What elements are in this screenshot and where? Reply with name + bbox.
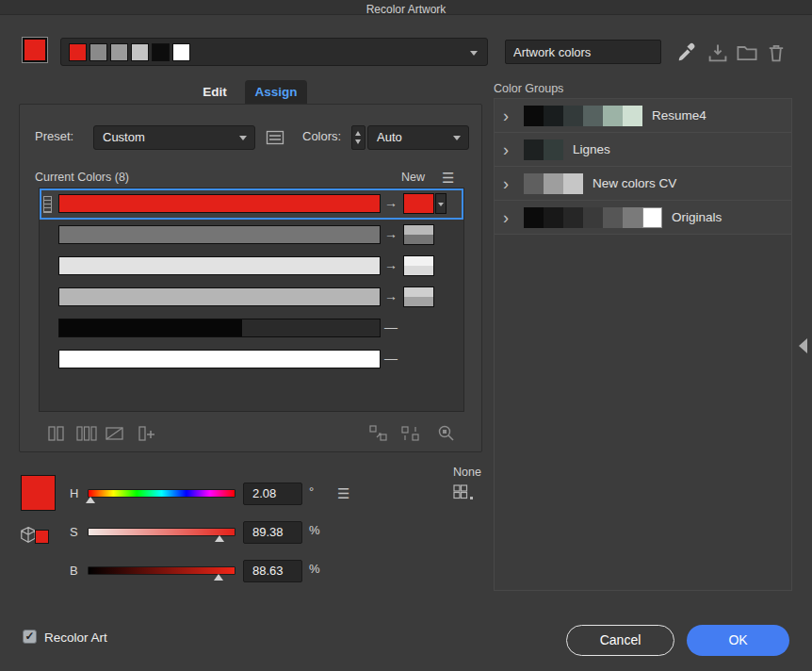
preset-dropdown[interactable]: Custom (93, 125, 255, 150)
color-group-row[interactable]: Originals (495, 201, 791, 235)
saturation-value-field[interactable]: 89.38 (243, 521, 302, 544)
brightness-slider-handle[interactable] (214, 574, 223, 581)
new-color-segment (404, 225, 433, 235)
color-group-row[interactable]: Lignes (495, 133, 791, 167)
current-color-row[interactable]: → (40, 220, 463, 251)
colors-label: Colors: (302, 129, 341, 143)
delete-button[interactable] (765, 41, 788, 64)
tab-edit[interactable]: Edit (194, 80, 235, 104)
maps-to-arrow-icon: → (382, 288, 399, 303)
combo-swatch (110, 43, 128, 61)
hue-slider[interactable] (88, 489, 235, 498)
exclude-colors-button[interactable] (103, 423, 127, 444)
group-swatch (524, 106, 544, 126)
color-groups-list: Resume4LignesNew colors CVOriginals (494, 98, 792, 591)
color-groups-title: Color Groups (494, 82, 563, 95)
swatch-grid-icon (452, 483, 479, 503)
chevron-right-icon[interactable] (503, 208, 514, 227)
group-swatch (524, 139, 544, 160)
new-color-swatch[interactable] (403, 286, 434, 307)
none-label: None (453, 466, 481, 479)
separate-colors-icon (74, 423, 99, 444)
random-saturation-brightness-button[interactable] (398, 423, 423, 444)
panel-collapse-arrow[interactable] (799, 338, 807, 353)
chevron-right-icon[interactable] (503, 174, 514, 193)
trash-icon (765, 41, 788, 64)
random-color-order-icon (366, 423, 391, 444)
new-color-swatch[interactable] (403, 193, 434, 214)
merge-colors-icon (44, 423, 69, 444)
excluded-dash-icon: — (382, 319, 399, 335)
list-menu-button[interactable] (442, 171, 454, 185)
saturation-slider-handle[interactable] (215, 535, 224, 542)
new-color-segment (404, 266, 433, 275)
random-color-order-button[interactable] (366, 423, 391, 444)
titlebar: Recolor Artwork (0, 0, 812, 15)
color-set-dropdown[interactable] (60, 38, 488, 66)
group-name: Resume4 (652, 108, 706, 123)
new-color-swatch[interactable] (403, 255, 434, 276)
current-color-bar[interactable] (58, 256, 381, 275)
cancel-button[interactable]: Cancel (566, 625, 674, 656)
save-icon (706, 41, 729, 64)
window-title: Recolor Artwork (366, 3, 447, 16)
group-swatch (544, 106, 563, 126)
separate-colors-button[interactable] (74, 423, 99, 444)
group-name: Originals (672, 210, 722, 224)
new-color-swatch[interactable] (403, 224, 434, 245)
maps-to-arrow-icon: → (382, 257, 399, 272)
artwork-colors-input[interactable] (505, 40, 661, 64)
ok-button[interactable]: OK (687, 625, 789, 656)
group-swatch (642, 207, 662, 228)
color-group-row[interactable]: New colors CV (495, 167, 791, 201)
saturation-unit: % (309, 523, 320, 537)
group-swatch-strip (524, 106, 642, 126)
chevron-right-icon[interactable] (503, 106, 514, 125)
combo-swatch (152, 43, 170, 61)
save-group-button[interactable] (706, 41, 729, 64)
preset-value: Custom (103, 130, 145, 144)
current-color-row[interactable]: → (40, 251, 463, 282)
selected-color-swatch (23, 38, 47, 62)
hsb-menu-button[interactable] (337, 486, 349, 500)
current-color-bar[interactable] (58, 287, 381, 306)
saturation-slider[interactable] (88, 528, 235, 536)
chevron-right-icon[interactable] (503, 140, 514, 159)
find-color-button[interactable] (434, 423, 459, 444)
current-color-bar[interactable] (58, 225, 381, 244)
gamut-color-swatch[interactable] (35, 530, 49, 544)
folder-button[interactable] (736, 41, 758, 64)
current-color-row[interactable]: → (40, 188, 463, 220)
folder-icon (736, 41, 758, 64)
hue-value-field[interactable]: 2.08 (243, 483, 302, 505)
colors-dropdown[interactable]: Auto (367, 125, 469, 150)
drag-handle-icon[interactable] (43, 196, 52, 213)
eyedropper-icon (674, 41, 697, 64)
colors-stepper[interactable] (351, 125, 365, 150)
group-swatch (563, 173, 583, 194)
current-color-row[interactable]: — (40, 344, 463, 375)
new-row-button[interactable] (135, 423, 159, 444)
hue-slider-handle[interactable] (86, 497, 95, 503)
color-reduction-options-button[interactable] (265, 127, 285, 148)
combo-swatch-strip (69, 43, 190, 61)
new-color-dropdown[interactable] (435, 193, 447, 214)
current-color-bar[interactable] (58, 350, 381, 368)
current-color-bar[interactable] (58, 319, 381, 337)
current-colors-label: Current Colors (8) (35, 171, 129, 184)
assign-panel: Preset: Custom Colors: Auto Current Colo… (19, 104, 482, 452)
group-swatch-strip (524, 207, 662, 228)
tab-assign[interactable]: Assign (245, 80, 307, 104)
current-color-row[interactable]: — (40, 313, 463, 344)
brightness-value-field[interactable]: 88.63 (243, 560, 302, 582)
eyedropper-button[interactable] (674, 41, 697, 64)
combo-swatch (69, 43, 87, 61)
color-group-row[interactable]: Resume4 (495, 99, 791, 133)
current-color-bar[interactable] (58, 194, 381, 213)
current-color-swatch (21, 475, 56, 511)
merge-colors-button[interactable] (44, 423, 69, 444)
chevron-down-icon (470, 51, 478, 56)
recolor-art-checkbox[interactable] (23, 630, 37, 644)
current-color-row[interactable]: → (40, 282, 463, 313)
swatch-library-button[interactable] (452, 483, 479, 503)
